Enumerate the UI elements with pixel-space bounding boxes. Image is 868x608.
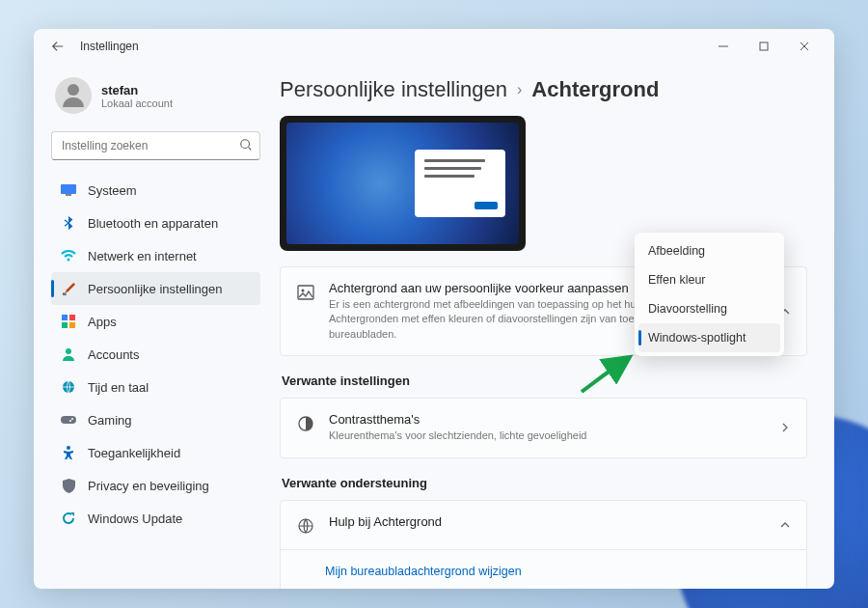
back-button[interactable] bbox=[43, 32, 72, 61]
background-type-dropdown: Afbeelding Effen kleur Diavoorstelling W… bbox=[635, 233, 784, 356]
avatar bbox=[55, 77, 92, 114]
sidebar: stefan Lokaal account Systeem Bluetooth … bbox=[34, 64, 270, 589]
svg-point-10 bbox=[66, 348, 71, 354]
nav-label: Bluetooth en apparaten bbox=[88, 216, 218, 231]
profile-name: stefan bbox=[101, 83, 173, 97]
svg-rect-2 bbox=[61, 184, 76, 194]
contrast-icon bbox=[296, 414, 315, 433]
maximize-button[interactable] bbox=[744, 32, 784, 61]
preview-screen bbox=[286, 123, 519, 244]
sidebar-item-network[interactable]: Netwerk en internet bbox=[51, 239, 260, 272]
svg-rect-8 bbox=[62, 322, 68, 328]
dropdown-option-solid-color[interactable]: Effen kleur bbox=[638, 265, 780, 294]
svg-rect-9 bbox=[69, 322, 75, 328]
card-title: Contrastthema's bbox=[329, 412, 766, 427]
background-preview bbox=[280, 116, 526, 251]
svg-point-4 bbox=[68, 259, 70, 262]
sidebar-item-privacy[interactable]: Privacy en beveiliging bbox=[51, 469, 260, 502]
wifi-icon bbox=[61, 248, 76, 263]
svg-rect-7 bbox=[69, 315, 75, 320]
nav-label: Apps bbox=[88, 315, 117, 329]
nav-label: Systeem bbox=[88, 183, 137, 198]
svg-rect-3 bbox=[66, 194, 71, 196]
titlebar: Instellingen bbox=[34, 29, 834, 64]
sidebar-item-time-language[interactable]: Tijd en taal bbox=[51, 371, 260, 403]
svg-point-14 bbox=[69, 420, 71, 422]
breadcrumb: Persoonlijke instellingen › Achtergrond bbox=[280, 77, 807, 102]
preview-dialog-icon bbox=[415, 150, 505, 217]
svg-point-15 bbox=[67, 446, 70, 450]
nav-label: Windows Update bbox=[88, 511, 182, 526]
search-icon bbox=[239, 138, 253, 152]
close-icon bbox=[800, 41, 809, 51]
nav-label: Accounts bbox=[88, 347, 139, 362]
nav-label: Toegankelijkheid bbox=[88, 446, 180, 460]
time-language-icon bbox=[61, 379, 76, 395]
window-controls bbox=[703, 32, 825, 61]
sidebar-item-personalization[interactable]: Persoonlijke instellingen bbox=[51, 272, 260, 305]
section-heading-related: Verwante instellingen bbox=[282, 373, 807, 388]
contrast-themes-card[interactable]: Contrastthema's Kleurenthema's voor slec… bbox=[280, 398, 807, 457]
help-links-panel: Mijn bureaubladachtergrond wijzigen Bure… bbox=[280, 550, 807, 589]
sidebar-item-system[interactable]: Systeem bbox=[51, 174, 260, 207]
section-heading-support: Verwante ondersteuning bbox=[282, 476, 807, 490]
svg-point-13 bbox=[71, 418, 73, 420]
search-wrap bbox=[51, 131, 260, 160]
nav-label: Tijd en taal bbox=[88, 380, 149, 395]
system-icon bbox=[61, 182, 76, 198]
nav-list: Systeem Bluetooth en apparaten Netwerk e… bbox=[51, 174, 260, 535]
sidebar-item-bluetooth[interactable]: Bluetooth en apparaten bbox=[51, 207, 260, 239]
nav-label: Privacy en beveiliging bbox=[88, 479, 209, 493]
sidebar-item-apps[interactable]: Apps bbox=[51, 305, 260, 338]
dropdown-option-slideshow[interactable]: Diavoorstelling bbox=[638, 294, 780, 323]
dropdown-option-image[interactable]: Afbeelding bbox=[638, 236, 780, 265]
chevron-right-icon: › bbox=[517, 81, 522, 98]
sidebar-item-accounts[interactable]: Accounts bbox=[51, 338, 260, 371]
nav-label: Gaming bbox=[88, 413, 132, 428]
page-title: Achtergrond bbox=[531, 77, 659, 102]
sidebar-item-gaming[interactable]: Gaming bbox=[51, 403, 260, 436]
svg-point-17 bbox=[302, 290, 305, 292]
svg-rect-12 bbox=[61, 416, 76, 424]
help-link-change-background[interactable]: Mijn bureaubladachtergrond wijzigen bbox=[325, 558, 762, 585]
update-icon bbox=[61, 511, 76, 526]
settings-window: Instellingen stefan Lokaal account Syste… bbox=[34, 29, 834, 589]
globe-help-icon bbox=[296, 516, 315, 536]
breadcrumb-parent[interactable]: Persoonlijke instellingen bbox=[280, 77, 507, 102]
main-content: Persoonlijke instellingen › Achtergrond … bbox=[270, 64, 834, 589]
help-link-show-desktop-icons[interactable]: Bureaubladpictogrammen weergeven bbox=[325, 585, 762, 589]
sidebar-item-windows-update[interactable]: Windows Update bbox=[51, 502, 260, 535]
minimize-button[interactable] bbox=[703, 32, 744, 61]
bluetooth-icon bbox=[61, 215, 76, 231]
accessibility-icon bbox=[61, 445, 76, 460]
card-desc: Kleurenthema's voor slechtzienden, licht… bbox=[329, 428, 766, 443]
gaming-icon bbox=[61, 412, 76, 428]
nav-label: Netwerk en internet bbox=[88, 249, 197, 263]
svg-rect-0 bbox=[760, 42, 768, 50]
help-background-card[interactable]: Hulp bij Achtergrond bbox=[280, 500, 807, 550]
chevron-right-icon bbox=[779, 422, 791, 433]
close-button[interactable] bbox=[784, 32, 825, 61]
svg-point-1 bbox=[241, 140, 250, 149]
chevron-up-icon bbox=[779, 519, 791, 531]
accounts-icon bbox=[61, 346, 76, 362]
apps-icon bbox=[61, 314, 76, 329]
minimize-icon bbox=[719, 41, 728, 51]
svg-rect-5 bbox=[62, 292, 66, 295]
search-input[interactable] bbox=[51, 131, 260, 160]
brush-icon bbox=[61, 281, 76, 296]
sidebar-item-accessibility[interactable]: Toegankelijkheid bbox=[51, 436, 260, 469]
profile-sub: Lokaal account bbox=[101, 97, 173, 109]
svg-rect-6 bbox=[62, 315, 68, 320]
nav-label: Persoonlijke instellingen bbox=[88, 282, 222, 296]
back-arrow-icon bbox=[51, 40, 65, 53]
dropdown-option-windows-spotlight[interactable]: Windows-spotlight bbox=[638, 323, 780, 352]
app-title: Instellingen bbox=[80, 40, 139, 53]
card-title: Hulp bij Achtergrond bbox=[329, 514, 766, 529]
profile-block[interactable]: stefan Lokaal account bbox=[51, 71, 260, 127]
shield-icon bbox=[61, 478, 76, 493]
picture-icon bbox=[296, 283, 315, 302]
maximize-icon bbox=[759, 41, 769, 51]
